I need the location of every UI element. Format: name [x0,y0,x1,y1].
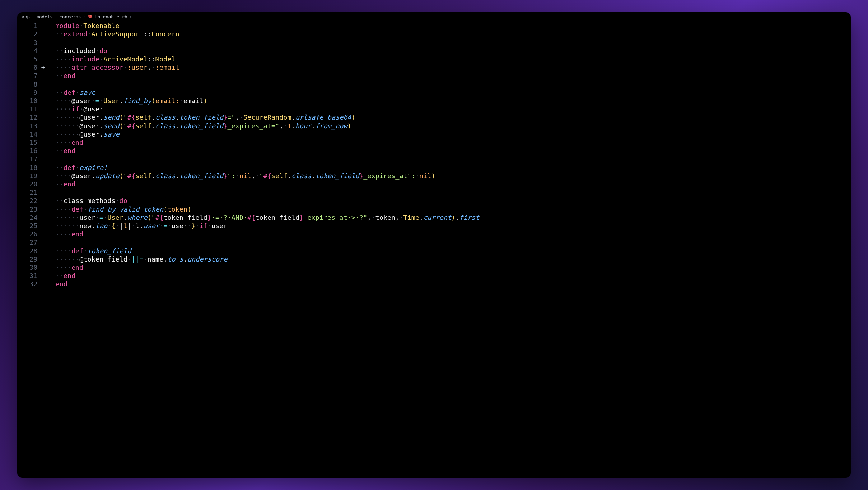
line-number[interactable]: 16 [17,147,39,155]
code-content[interactable]: ····if·@user [47,105,850,113]
line-number[interactable]: 24 [17,213,39,222]
code-line[interactable]: 22··class_methods·do [17,197,850,205]
code-content[interactable]: ····include·ActiveModel::Model [47,55,850,63]
code-content[interactable]: ······@user.send("#{self.class.token_fie… [47,122,850,130]
line-number[interactable]: 11 [17,105,39,113]
code-content[interactable]: ····end [47,138,850,147]
line-number[interactable]: 25 [17,222,39,230]
line-number[interactable]: 22 [17,197,39,205]
code-line[interactable]: 29······@token_field·||=·name.to_s.under… [17,255,850,263]
code-content[interactable]: ····@user·=·User.find_by(email:·email) [47,97,850,105]
line-number[interactable]: 15 [17,138,39,147]
code-line[interactable]: 11····if·@user [17,105,850,113]
breadcrumb-tail[interactable]: ... [134,14,142,19]
code-line[interactable]: 10····@user·=·User.find_by(email:·email) [17,97,850,105]
line-number[interactable]: 26 [17,230,39,238]
line-number[interactable]: 3 [17,38,39,47]
code-content[interactable]: ······@token_field·||=·name.to_s.undersc… [47,255,850,263]
line-number[interactable]: 30 [17,263,39,272]
line-number[interactable]: 29 [17,255,39,263]
code-line[interactable]: 16··end [17,147,850,155]
code-content[interactable]: ··included·do [47,47,850,55]
code-content[interactable] [47,238,850,246]
code-content[interactable]: ··end [47,272,850,280]
line-number[interactable]: 10 [17,97,39,105]
code-line[interactable]: 24······user·=·User.where("#{token_field… [17,213,850,222]
code-line[interactable]: 26····end [17,230,850,238]
breadcrumb-file[interactable]: tokenable.rb [95,14,127,19]
line-number[interactable]: 19 [17,172,39,180]
code-content[interactable]: ····attr_accessor·:user,·:email [47,63,850,71]
line-number[interactable]: 7 [17,71,39,80]
code-content[interactable]: ······user·=·User.where("#{token_field}·… [47,213,850,222]
code-content[interactable] [47,38,850,47]
code-content[interactable]: ··end [47,71,850,80]
code-content[interactable]: end [47,280,850,288]
code-line[interactable]: 20··end [17,180,850,188]
code-line[interactable]: 17 [17,155,850,163]
code-line[interactable]: 25······new.tap·{·|l|·l.user·=·user·}·if… [17,222,850,230]
line-number[interactable]: 9 [17,88,39,97]
code-content[interactable]: ··class_methods·do [47,197,850,205]
code-content[interactable] [47,80,850,88]
code-line[interactable]: 12······@user.send("#{self.class.token_f… [17,113,850,121]
code-line[interactable]: 28····def·token_field [17,247,850,255]
line-number[interactable]: 2 [17,30,39,38]
line-number[interactable]: 17 [17,155,39,163]
code-line[interactable]: 3 [17,38,850,47]
code-content[interactable]: ··extend·ActiveSupport::Concern [47,30,850,38]
breadcrumb-part[interactable]: models [37,14,53,19]
line-number[interactable]: 32 [17,280,39,288]
line-number[interactable]: 18 [17,163,39,172]
line-number[interactable]: 23 [17,205,39,213]
breadcrumb[interactable]: app › models › concerns › tokenable.rb ›… [17,12,850,21]
code-content[interactable]: ····@user.update("#{self.class.token_fie… [47,172,850,180]
code-line[interactable]: 9··def·save [17,88,850,97]
code-content[interactable]: ······new.tap·{·|l|·l.user·=·user·}·if·u… [47,222,850,230]
code-content[interactable]: ····def·token_field [47,247,850,255]
line-number[interactable]: 21 [17,188,39,197]
code-content[interactable]: ······@user.send("#{self.class.token_fie… [47,113,850,121]
code-line[interactable]: 23····def·find_by_valid_token(token) [17,205,850,213]
breadcrumb-part[interactable]: app [22,14,30,19]
code-content[interactable]: ······@user.save [47,130,850,138]
line-number[interactable]: 5 [17,55,39,63]
code-line[interactable]: 1module·Tokenable [17,22,850,30]
code-line[interactable]: 31··end [17,272,850,280]
line-number[interactable]: 14 [17,130,39,138]
line-number[interactable]: 28 [17,247,39,255]
code-line[interactable]: 15····end [17,138,850,147]
code-content[interactable]: ····end [47,230,850,238]
code-content[interactable]: ··end [47,180,850,188]
code-line[interactable]: 30····end [17,263,850,272]
code-editor[interactable]: 1module·Tokenable2··extend·ActiveSupport… [17,21,850,478]
code-line[interactable]: 14······@user.save [17,130,850,138]
line-number[interactable]: 13 [17,122,39,130]
code-line[interactable]: 4··included·do [17,47,850,55]
code-line[interactable]: 6+····attr_accessor·:user,·:email [17,63,850,71]
code-line[interactable]: 32end [17,280,850,288]
code-line[interactable]: 13······@user.send("#{self.class.token_f… [17,122,850,130]
code-line[interactable]: 5····include·ActiveModel::Model [17,55,850,63]
code-line[interactable]: 7··end [17,71,850,80]
breadcrumb-part[interactable]: concerns [59,14,81,19]
line-number[interactable]: 4 [17,47,39,55]
code-content[interactable] [47,188,850,197]
line-number[interactable]: 1 [17,22,39,30]
line-number[interactable]: 27 [17,238,39,246]
line-number[interactable]: 8 [17,80,39,88]
code-line[interactable]: 2··extend·ActiveSupport::Concern [17,30,850,38]
code-content[interactable]: ····end [47,263,850,272]
code-content[interactable]: ····def·find_by_valid_token(token) [47,205,850,213]
line-number[interactable]: 12 [17,113,39,121]
code-content[interactable] [47,155,850,163]
code-line[interactable]: 8 [17,80,850,88]
line-number[interactable]: 20 [17,180,39,188]
code-content[interactable]: ··def·expire! [47,163,850,172]
code-content[interactable]: module·Tokenable [47,22,850,30]
code-content[interactable]: ··end [47,147,850,155]
code-line[interactable]: 18··def·expire! [17,163,850,172]
line-number[interactable]: 31 [17,272,39,280]
line-number[interactable]: 6 [17,63,39,71]
code-line[interactable]: 27 [17,238,850,246]
